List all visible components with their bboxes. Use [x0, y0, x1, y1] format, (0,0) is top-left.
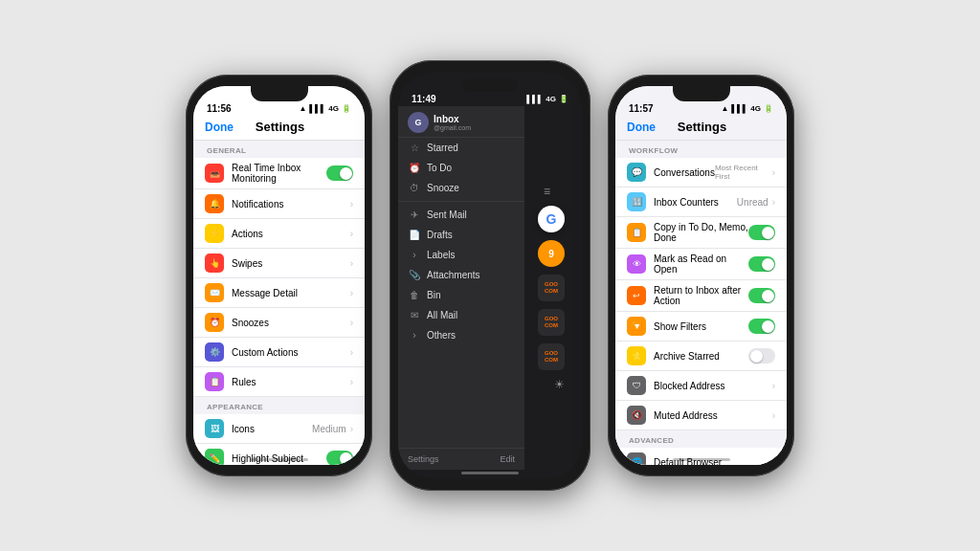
signal-center: ▌▌▌ [526, 95, 543, 103]
battery-icon-right: 🔋 [764, 104, 773, 113]
row-muted-address[interactable]: 🔇 Muted Address › [615, 401, 787, 430]
toggle-return-inbox[interactable] [748, 288, 775, 303]
notch-left [251, 86, 308, 101]
row-conversations[interactable]: 💬 Conversations Most Recent First › [615, 158, 787, 187]
done-button-right[interactable]: Done [627, 121, 656, 134]
hamburger-icon[interactable]: ≡ [538, 185, 550, 198]
icon-snoozes: ⏰ [205, 313, 224, 332]
home-indicator-center [461, 472, 519, 474]
toggle-highlight-subject[interactable] [326, 451, 353, 465]
value-conversations: Most Recent First [715, 164, 768, 181]
label-mark-read: Mark as Read on Open [654, 253, 748, 275]
battery-center: 🔋 [559, 95, 568, 103]
label-todo: To Do [427, 163, 452, 173]
time-left: 11:56 [207, 103, 232, 114]
chevron-default-browser: › [772, 457, 775, 466]
chevron-inbox-counters: › [772, 197, 775, 208]
row-return-inbox[interactable]: ↩ Return to Inbox after Action [615, 280, 787, 312]
attachments-icon: 📎 [408, 270, 421, 280]
label-show-filters: Show Filters [654, 321, 748, 332]
icon-rules: 📋 [205, 372, 224, 391]
toggle-copy-todo[interactable] [748, 225, 775, 240]
sidebar-item-todo[interactable]: ⏰ To Do [398, 158, 524, 178]
row-icons[interactable]: 🖼 Icons Medium › [193, 414, 365, 444]
label-starred: Starred [427, 143, 458, 153]
row-copy-todo[interactable]: 📋 Copy in To Do, Memo, Done [615, 217, 787, 249]
row-inbox-counters[interactable]: 🔢 Inbox Counters Unread › [615, 187, 787, 217]
row-swipes[interactable]: 👆 Swipes › [193, 249, 365, 278]
todo-icon: ⏰ [408, 163, 421, 173]
signal-icon-right: ▌▌▌ [731, 104, 747, 113]
icon-conversations: 💬 [627, 163, 646, 182]
row-archive-starred[interactable]: ⭐ Archive Starred [615, 342, 787, 371]
row-default-browser[interactable]: 🌐 Default Browser › [615, 448, 787, 465]
label-bin: Bin [427, 290, 440, 300]
dynamic-island [463, 78, 517, 92]
chevron-message-detail: › [350, 288, 353, 298]
sun-icon[interactable]: ☀ [554, 378, 565, 391]
row-actions[interactable]: ⚡ Actions › [193, 219, 365, 249]
location-icon-right: ▲ [721, 104, 728, 113]
label-sent: Sent Mail [427, 209, 467, 220]
label-blocked-address: Blocked Address [654, 381, 772, 391]
sidebar-item-others[interactable]: › Others [398, 325, 524, 345]
sidebar-divider-1 [398, 201, 524, 202]
sidebar-item-sent[interactable]: ✈ Sent Mail [398, 205, 524, 225]
sidebar-item-bin[interactable]: 🗑 Bin [398, 285, 524, 305]
icon-archive-starred: ⭐ [627, 346, 646, 365]
toggle-show-filters[interactable] [748, 319, 775, 334]
row-blocked-address[interactable]: 🛡 Blocked Address › [615, 371, 787, 401]
label-return-inbox: Return to Inbox after Action [654, 285, 748, 306]
row-custom-actions[interactable]: ⚙️ Custom Actions › [193, 338, 365, 367]
row-rules[interactable]: 📋 Rules › [193, 367, 365, 397]
home-indicator-left [251, 458, 308, 461]
settings-btn[interactable]: Settings [408, 454, 439, 464]
label-allmail: All Mail [427, 310, 457, 320]
row-realtime[interactable]: 📥 Real Time Inbox Monitoring [193, 158, 365, 189]
sidebar-item-drafts[interactable]: 📄 Drafts [398, 225, 524, 245]
edit-btn[interactable]: Edit [500, 454, 515, 464]
sidebar-item-allmail[interactable]: ✉ All Mail [398, 305, 524, 325]
box-3: GOOCOM [538, 343, 565, 370]
row-show-filters[interactable]: 🔽 Show Filters [615, 312, 787, 342]
row-notifications[interactable]: 🔔 Notifications › [193, 189, 365, 219]
network-left: 4G [328, 104, 339, 113]
label-inbox-counters: Inbox Counters [654, 197, 737, 208]
sidebar-item-snooze[interactable]: ⏱ Snooze [398, 178, 524, 198]
notch-right [673, 86, 730, 101]
box-1: GOOCOM [538, 275, 565, 301]
label-custom-actions: Custom Actions [232, 347, 350, 358]
toggle-realtime[interactable] [326, 165, 353, 181]
label-drafts: Drafts [427, 230, 453, 240]
account-email: @gmail.com [434, 124, 471, 131]
sidebar-right-panel: ≡ G 9 GOOCOM GOOCOM GOOCOM ☀ [524, 106, 582, 470]
others-icon: › [408, 330, 421, 341]
label-message-detail: Message Detail [232, 288, 350, 298]
sidebar-item-attachments[interactable]: 📎 Attachments [398, 265, 524, 285]
sidebar-item-labels[interactable]: › Labels [398, 245, 524, 265]
row-message-detail[interactable]: ✉️ Message Detail › [193, 278, 365, 308]
row-snoozes[interactable]: ⏰ Snoozes › [193, 308, 365, 338]
done-button-left[interactable]: Done [205, 121, 234, 134]
label-attachments: Attachments [427, 270, 480, 280]
location-icon: ▲ [299, 104, 306, 113]
label-others: Others [427, 330, 456, 341]
nav-bar-left: Done Settings [193, 116, 365, 141]
row-highlight-subject[interactable]: ✏️ Highlight Subject [193, 444, 365, 465]
label-archive-starred: Archive Starred [654, 351, 748, 362]
toggle-archive-starred[interactable] [748, 348, 775, 364]
network-center: 4G [546, 95, 556, 103]
battery-icon-left: 🔋 [342, 104, 351, 113]
row-mark-read[interactable]: 👁 Mark as Read on Open [615, 249, 787, 280]
icon-realtime: 📥 [205, 164, 224, 183]
badge-9: 9 [538, 240, 565, 267]
label-copy-todo: Copy in To Do, Memo, Done [654, 222, 748, 243]
icon-highlight-subject: ✏️ [205, 449, 224, 465]
label-realtime: Real Time Inbox Monitoring [232, 163, 326, 184]
toggle-mark-read[interactable] [748, 256, 775, 272]
sidebar-item-starred[interactable]: ☆ Starred [398, 138, 524, 158]
icon-copy-todo: 📋 [627, 223, 646, 242]
section-advanced: ADVANCED [615, 430, 787, 448]
icon-show-filters: 🔽 [627, 317, 646, 336]
google-logo: G [538, 206, 565, 232]
